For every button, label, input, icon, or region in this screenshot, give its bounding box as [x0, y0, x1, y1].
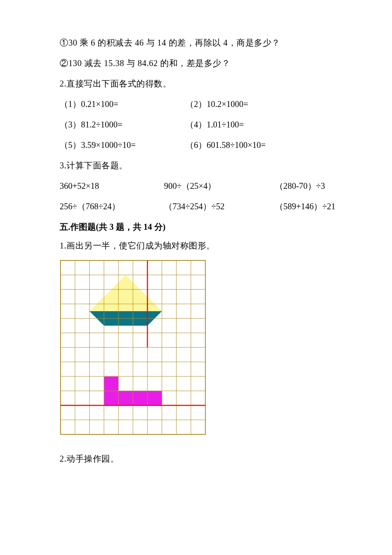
q3-a: 360+52×18: [60, 179, 164, 192]
q2-6: （6）601.58÷100×10=: [185, 139, 266, 151]
q3-row2: 256÷（768÷24） （734÷254）÷52 （589+146）÷21: [60, 200, 332, 213]
s5-q2: 2.动手操作园。: [60, 452, 332, 465]
q2-row3: （5）3.59×1000÷10= （6）601.58÷100×10=: [60, 139, 332, 151]
grid-svg: [60, 260, 206, 435]
section5-heading: 五.作图题(共 3 题，共 14 分): [60, 220, 332, 233]
q3-f: （589+146）÷21: [275, 200, 335, 213]
s5-q1: 1.画出另一半，使它们成为轴对称图形。: [60, 239, 332, 252]
q2-intro: 2.直接写出下面各式的得数。: [60, 77, 332, 90]
q2-5: （5）3.59×1000÷10=: [60, 139, 185, 151]
q3-intro: 3.计算下面各题。: [60, 159, 332, 172]
q3-d: 256÷（768÷24）: [60, 200, 164, 213]
q1b-text: ②130 减去 15.38 与 84.62 的和，差是多少？: [60, 57, 332, 69]
q2-3: （3）81.2÷1000=: [60, 118, 185, 131]
q2-row1: （1）0.21×100= （2）10.2×1000=: [60, 98, 332, 110]
shape-b-cell-1: [104, 376, 118, 391]
q2-1: （1）0.21×100=: [60, 98, 185, 110]
q3-e: （734÷254）÷52: [164, 200, 275, 213]
symmetry-grid-figure: [60, 260, 332, 435]
q2-2: （2）10.2×1000=: [185, 98, 248, 110]
q3-row1: 360+52×18 900÷（25×4） （280-70）÷3: [60, 179, 332, 192]
q3-c: （280-70）÷3: [275, 179, 325, 192]
q2-4: （4）1.01÷100=: [185, 118, 244, 131]
q1a-text: ①30 乘 6 的积减去 46 与 14 的差，再除以 4，商是多少？: [60, 36, 332, 49]
q2-row2: （3）81.2÷1000= （4）1.01÷100=: [60, 118, 332, 131]
q3-b: 900÷（25×4）: [164, 179, 275, 192]
page: ①30 乘 6 的积减去 46 与 14 的差，再除以 4，商是多少？ ②130…: [0, 0, 392, 555]
